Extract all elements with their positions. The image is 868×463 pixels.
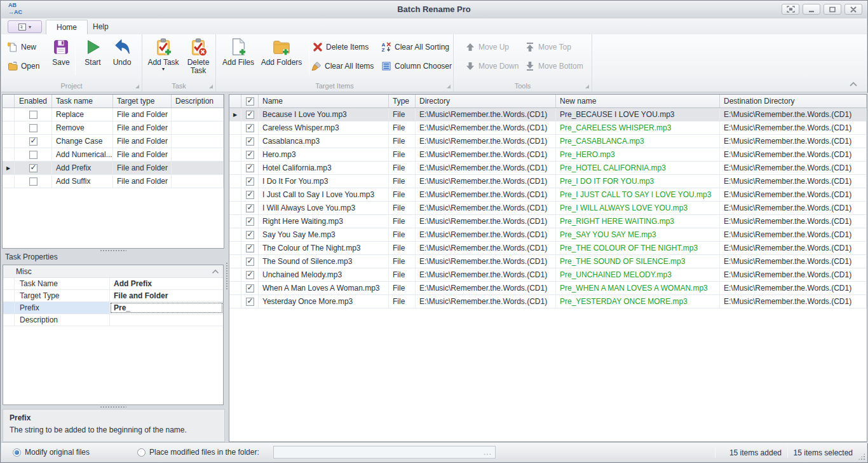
add-folders-button[interactable]: Add Folders — [257, 36, 306, 76]
files-column-header[interactable]: Name — [259, 95, 389, 107]
clear-all-items-button[interactable]: Clear All Items — [311, 59, 374, 74]
property-value[interactable]: Add Prefix — [110, 278, 223, 289]
file-checkbox[interactable] — [246, 204, 254, 212]
browse-ellipsis-button[interactable]: ... — [484, 448, 492, 457]
file-directory-cell: E:\Music\Remember.the.Words.(CD1) — [416, 215, 556, 228]
task-enabled-checkbox[interactable] — [29, 164, 37, 172]
undo-button[interactable]: Undo — [108, 36, 136, 76]
minimize-button[interactable] — [803, 4, 820, 15]
file-checkbox[interactable] — [246, 177, 254, 186]
place-modified-option[interactable]: Place modified files in the folder: — [137, 448, 259, 457]
close-button[interactable] — [844, 4, 862, 15]
move-up-button[interactable]: Move Up — [465, 39, 509, 55]
dialog-launcher-icon[interactable] — [209, 85, 213, 88]
file-checkbox[interactable] — [246, 124, 254, 132]
move-bottom-button[interactable]: Move Bottom — [525, 59, 583, 74]
task-enabled-checkbox[interactable] — [29, 177, 37, 186]
dialog-launcher-icon[interactable] — [135, 85, 139, 88]
tasks-column-header[interactable]: Enabled — [15, 95, 52, 107]
file-row[interactable]: Hotel California.mp3FileE:\Music\Remembe… — [229, 162, 867, 175]
file-checkbox[interactable] — [246, 244, 254, 252]
delete-items-button[interactable]: Delete Items — [313, 39, 369, 55]
file-checkbox[interactable] — [246, 151, 254, 159]
chevron-up-icon[interactable] — [212, 269, 219, 274]
files-column-header[interactable]: New name — [556, 95, 720, 107]
property-row[interactable]: Target TypeFile and Folder — [3, 290, 223, 302]
ribbon-collapse-button[interactable] — [849, 80, 858, 89]
clear-all-sorting-button[interactable]: A Z Clear All Sorting — [381, 39, 449, 55]
file-directory-cell: E:\Music\Remember.the.Words.(CD1) — [416, 135, 556, 148]
task-enabled-checkbox[interactable] — [29, 124, 37, 132]
files-column-header[interactable]: Destination Directory — [720, 95, 867, 107]
task-row[interactable]: ReplaceFile and Folder — [3, 108, 224, 121]
file-checkbox[interactable] — [246, 231, 254, 239]
property-value[interactable]: Pre_ — [110, 302, 223, 314]
property-row[interactable]: Task NameAdd Prefix — [3, 278, 223, 290]
place-modified-radio[interactable] — [137, 448, 146, 457]
property-value[interactable]: File and Folder — [110, 290, 223, 301]
file-row[interactable]: ▶Because I Love You.mp3FileE:\Music\Reme… — [229, 108, 867, 121]
dialog-launcher-icon[interactable] — [447, 85, 451, 88]
open-button[interactable]: Open — [8, 59, 39, 74]
file-row[interactable]: Unchained Melody.mp3FileE:\Music\Remembe… — [229, 268, 867, 282]
file-checkbox[interactable] — [246, 298, 254, 306]
new-button[interactable]: New — [8, 39, 36, 55]
file-row[interactable]: The Colour of The Night.mp3FileE:\Music\… — [229, 242, 867, 255]
task-row[interactable]: RemoveFile and Folder — [3, 121, 224, 135]
add-task-button[interactable]: Add Task ▾ — [145, 36, 182, 76]
file-checkbox[interactable] — [246, 111, 254, 119]
task-enabled-checkbox[interactable] — [29, 151, 37, 159]
property-value[interactable] — [110, 314, 223, 326]
task-enabled-checkbox[interactable] — [29, 111, 37, 119]
file-checkbox[interactable] — [246, 191, 254, 199]
file-row[interactable]: Hero.mp3FileE:\Music\Remember.the.Words.… — [229, 148, 867, 162]
folder-path-field[interactable]: ... — [273, 446, 496, 459]
file-row[interactable]: Yesterday Once More.mp3FileE:\Music\Reme… — [229, 295, 867, 308]
property-row[interactable]: PrefixPre_ — [3, 302, 223, 314]
files-column-header[interactable]: Directory — [416, 95, 556, 107]
dialog-launcher-icon[interactable] — [585, 85, 589, 88]
start-button[interactable]: Start — [79, 36, 107, 76]
file-row[interactable]: Right Here Waiting.mp3FileE:\Music\Remem… — [229, 215, 867, 228]
tab-home[interactable]: Home — [46, 20, 88, 34]
file-row[interactable]: I Do It For You.mp3FileE:\Music\Remember… — [229, 175, 867, 188]
task-row[interactable]: Change CaseFile and Folder — [3, 135, 224, 148]
add-files-button[interactable]: Add Files — [221, 36, 255, 76]
file-checkbox[interactable] — [246, 164, 254, 172]
tasks-column-header[interactable]: Description — [172, 95, 224, 107]
move-down-button[interactable]: Move Down — [465, 59, 519, 74]
save-button[interactable]: Save — [48, 36, 74, 76]
file-row[interactable]: I Just Call to Say I Love You.mp3FileE:\… — [229, 188, 867, 202]
task-row[interactable]: ▶Add PrefixFile and Folder — [3, 162, 224, 175]
file-checkbox[interactable] — [246, 137, 254, 146]
column-chooser-button[interactable]: Column Chooser — [381, 59, 452, 74]
maximize-button[interactable] — [824, 4, 841, 15]
file-row[interactable]: I Will Always Love You.mp3FileE:\Music\R… — [229, 202, 867, 215]
file-row[interactable]: Casablanca.mp3FileE:\Music\Remember.the.… — [229, 135, 867, 148]
file-row[interactable]: The Sound of Silence.mp3FileE:\Music\Rem… — [229, 255, 867, 268]
tasks-column-header[interactable]: Task name — [52, 95, 113, 107]
file-checkbox[interactable] — [246, 218, 254, 226]
tasks-column-header[interactable]: Target type — [113, 95, 172, 107]
task-enabled-checkbox[interactable] — [29, 137, 37, 146]
property-row[interactable]: Description — [3, 314, 223, 326]
file-checkbox[interactable] — [246, 271, 254, 279]
file-row[interactable]: Careless Whisper.mp3FileE:\Music\Remembe… — [229, 121, 867, 135]
file-row[interactable]: Say You Say Me.mp3FileE:\Music\Remember.… — [229, 228, 867, 242]
file-row[interactable]: When A Man Loves A Woman.mp3FileE:\Music… — [229, 282, 867, 295]
app-menu-button[interactable]: ▾ — [8, 20, 42, 33]
file-checkbox[interactable] — [246, 258, 254, 266]
resize-grip[interactable] — [858, 453, 865, 460]
select-all-checkbox[interactable] — [246, 97, 254, 106]
file-checkbox[interactable] — [246, 284, 254, 293]
task-row[interactable]: Add Numerical...File and Folder — [3, 148, 224, 162]
fullscreen-button[interactable] — [782, 4, 799, 15]
move-top-button[interactable]: Move Top — [525, 39, 571, 55]
files-column-header[interactable]: Type — [389, 95, 416, 107]
delete-task-button[interactable]: Delete Task — [182, 36, 215, 76]
property-group-misc[interactable]: Misc — [3, 265, 223, 278]
task-row[interactable]: Add SuffixFile and Folder — [3, 175, 224, 188]
modify-original-radio[interactable] — [13, 448, 21, 457]
tab-help[interactable]: Help — [83, 20, 119, 34]
modify-original-option[interactable]: Modify original files — [13, 448, 90, 457]
